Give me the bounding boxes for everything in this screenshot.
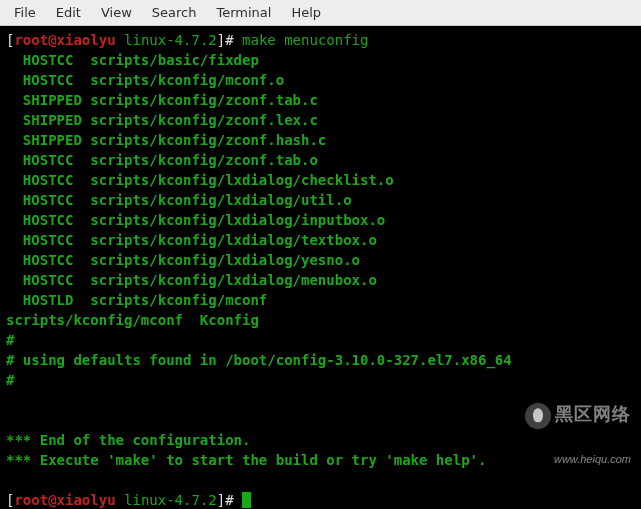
menu-search[interactable]: Search	[142, 1, 207, 24]
menu-terminal[interactable]: Terminal	[206, 1, 281, 24]
prompt-user: root@xiaolyu	[14, 32, 115, 48]
blank-line	[6, 472, 14, 488]
command-text: make menuconfig	[242, 32, 368, 48]
output-line: HOSTCC scripts/basic/fixdep	[6, 52, 259, 68]
output-line: #	[6, 372, 14, 388]
output-line: HOSTLD scripts/kconfig/mconf	[6, 292, 267, 308]
prompt-dir: linux-4.7.2	[124, 492, 217, 508]
output-line: HOSTCC scripts/kconfig/lxdialog/util.o	[6, 192, 352, 208]
output-line: scripts/kconfig/mconf Kconfig	[6, 312, 259, 328]
output-line: HOSTCC scripts/kconfig/lxdialog/yesno.o	[6, 252, 360, 268]
menu-edit[interactable]: Edit	[46, 1, 91, 24]
output-line: HOSTCC scripts/kconfig/lxdialog/menubox.…	[6, 272, 377, 288]
mushroom-icon	[525, 403, 551, 429]
prompt-bracket-close: ]#	[217, 492, 242, 508]
output-line: HOSTCC scripts/kconfig/zconf.tab.o	[6, 152, 318, 168]
prompt-bracket-close: ]#	[217, 32, 242, 48]
output-line: # using defaults found in /boot/config-3…	[6, 352, 512, 368]
output-line: HOSTCC scripts/kconfig/lxdialog/inputbox…	[6, 212, 385, 228]
output-line: HOSTCC scripts/kconfig/lxdialog/textbox.…	[6, 232, 377, 248]
prompt-user: root@xiaolyu	[14, 492, 115, 508]
prompt-space	[116, 32, 124, 48]
watermark-url: www.heiqu.com	[517, 449, 631, 469]
cursor-icon	[242, 492, 251, 508]
output-line: #	[6, 332, 14, 348]
menu-help[interactable]: Help	[281, 1, 331, 24]
output-line: HOSTCC scripts/kconfig/mconf.o	[6, 72, 284, 88]
menu-view[interactable]: View	[91, 1, 142, 24]
output-line: SHIPPED scripts/kconfig/zconf.tab.c	[6, 92, 318, 108]
watermark: 黑区网络 www.heiqu.com	[517, 383, 631, 489]
menu-file[interactable]: File	[4, 1, 46, 24]
output-line: HOSTCC scripts/kconfig/lxdialog/checklis…	[6, 172, 394, 188]
output-line: *** Execute 'make' to start the build or…	[6, 452, 486, 468]
menubar: File Edit View Search Terminal Help	[0, 0, 641, 26]
prompt-space	[116, 492, 124, 508]
watermark-text: 黑区网络	[555, 404, 631, 424]
prompt-dir: linux-4.7.2	[124, 32, 217, 48]
output-line: SHIPPED scripts/kconfig/zconf.hash.c	[6, 132, 326, 148]
terminal-area[interactable]: [root@xiaolyu linux-4.7.2]# make menucon…	[0, 26, 641, 509]
output-line: SHIPPED scripts/kconfig/zconf.lex.c	[6, 112, 318, 128]
output-line: *** End of the configuration.	[6, 432, 250, 448]
